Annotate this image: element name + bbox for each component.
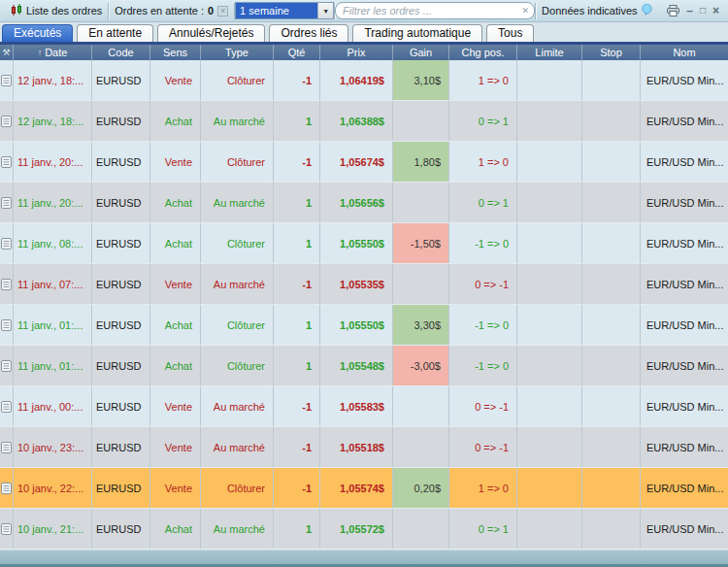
- tab-executes[interactable]: Exécutés: [2, 24, 73, 42]
- table-row[interactable]: 10 janv., 22:...EURUSDVenteClôturer-11,0…: [0, 468, 728, 509]
- order-gain: [393, 183, 449, 222]
- order-name: EUR/USD Min...: [641, 468, 728, 508]
- order-stop: [582, 509, 641, 549]
- order-side: Vente: [150, 142, 201, 182]
- table-row[interactable]: 10 janv., 21:...EURUSDAchatAu marché11,0…: [0, 509, 728, 550]
- order-document-icon[interactable]: [0, 264, 14, 304]
- order-document-icon[interactable]: [0, 223, 14, 263]
- column-header-sens[interactable]: Sens: [150, 45, 201, 60]
- table-row[interactable]: 11 janv., 07:...EURUSDVenteAu marché-11,…: [0, 264, 728, 305]
- order-date: 11 janv., 01:...: [14, 346, 92, 385]
- pending-orders-group: Ordres en attente : 0 ×: [109, 0, 234, 21]
- column-header-gain[interactable]: Gain: [393, 45, 449, 60]
- order-qty: -1: [274, 142, 320, 182]
- order-date: 11 janv., 20:...: [14, 183, 92, 222]
- table-body: 12 janv., 18:...EURUSDVenteClôturer-11,0…: [0, 60, 728, 550]
- column-header-qte[interactable]: Qté: [274, 45, 320, 60]
- column-header-date[interactable]: ↑ Date: [14, 45, 92, 60]
- print-icon[interactable]: [667, 5, 679, 17]
- order-side: Achat: [150, 346, 201, 385]
- order-document-icon[interactable]: [0, 305, 14, 345]
- order-document-icon[interactable]: [0, 101, 14, 141]
- column-header-limite[interactable]: Limite: [517, 45, 582, 60]
- order-document-icon[interactable]: [0, 142, 14, 182]
- order-limit: [517, 346, 582, 385]
- column-header-nom[interactable]: Nom: [641, 45, 728, 60]
- order-stop: [582, 60, 641, 100]
- column-header-chg-pos[interactable]: Chg pos.: [449, 45, 517, 60]
- maximize-button[interactable]: □: [700, 6, 706, 16]
- order-document-icon[interactable]: [0, 386, 14, 426]
- order-qty: -1: [274, 468, 320, 508]
- filter-input[interactable]: [335, 2, 535, 19]
- order-document-icon[interactable]: [0, 346, 14, 385]
- order-stop: [582, 142, 641, 182]
- order-date: 11 janv., 01:...: [14, 305, 92, 345]
- table-row[interactable]: 10 janv., 23:...EURUSDVenteAu marché-11,…: [0, 427, 728, 468]
- order-type: Au marché: [201, 183, 274, 222]
- tab-trading-automatique[interactable]: Trading automatique: [352, 24, 482, 42]
- cancel-pending-icon[interactable]: ×: [217, 6, 228, 17]
- period-select[interactable]: 1 semaine ▼: [235, 2, 334, 19]
- table-row[interactable]: 11 janv., 00:...EURUSDVenteAu marché-11,…: [0, 386, 728, 427]
- table-row[interactable]: 11 janv., 01:...EURUSDAchatClôturer11,05…: [0, 305, 728, 346]
- order-gain: [393, 264, 449, 304]
- minimize-button[interactable]: –: [686, 6, 693, 16]
- order-date: 11 janv., 20:...: [14, 142, 92, 182]
- chevron-down-icon[interactable]: ▼: [317, 3, 333, 18]
- indicative-data-group: Données indicatives: [536, 0, 657, 21]
- order-document-icon[interactable]: [0, 60, 14, 100]
- order-document-icon[interactable]: [0, 509, 14, 549]
- tab-ordres-lies[interactable]: Ordres liés: [269, 24, 348, 42]
- tab-annules-rejetes[interactable]: Annulés/Rejetés: [157, 24, 265, 42]
- order-name: EUR/USD Min...: [641, 101, 728, 141]
- order-position-change: -1 => 0: [449, 223, 517, 263]
- order-document-icon[interactable]: [0, 468, 14, 508]
- tab-bar: Exécutés En attente Annulés/Rejetés Ordr…: [0, 22, 728, 45]
- table-row[interactable]: 11 janv., 01:...EURUSDAchatClôturer11,05…: [0, 346, 728, 386]
- close-button[interactable]: ×: [712, 6, 719, 16]
- order-gain: -3,00$: [393, 346, 449, 385]
- table-row[interactable]: 12 janv., 18:...EURUSDAchatAu marché11,0…: [0, 101, 728, 142]
- order-date: 11 janv., 08:...: [14, 223, 92, 263]
- table-row[interactable]: 11 janv., 20:...EURUSDVenteClôturer-11,0…: [0, 142, 728, 183]
- tab-en-attente[interactable]: En attente: [77, 24, 153, 42]
- order-side: Vente: [150, 264, 201, 304]
- table-settings-button[interactable]: ⚒: [0, 45, 14, 60]
- order-stop: [582, 305, 641, 345]
- column-header-prix[interactable]: Prix: [320, 45, 393, 60]
- order-limit: [517, 386, 582, 426]
- tab-tous[interactable]: Tous: [486, 24, 534, 42]
- order-qty: 1: [274, 183, 320, 222]
- table-row[interactable]: 11 janv., 08:...EURUSDAchatClôturer11,05…: [0, 223, 728, 264]
- order-position-change: 0 => -1: [449, 264, 517, 304]
- clear-filter-icon[interactable]: ✕: [522, 6, 530, 16]
- order-document-icon[interactable]: [0, 427, 14, 467]
- order-position-change: 1 => 0: [449, 142, 517, 182]
- wrench-icon: ⚒: [2, 48, 10, 57]
- window-toolbar: Liste des ordres Ordres en attente : 0 ×…: [0, 0, 728, 22]
- order-gain: 1,80$: [393, 142, 449, 182]
- order-date: 11 janv., 00:...: [14, 386, 92, 426]
- window-controls: – □ ×: [667, 5, 723, 17]
- order-stop: [582, 183, 641, 222]
- window-title: Liste des ordres: [26, 5, 102, 17]
- order-gain: 0,20$: [393, 468, 449, 508]
- order-position-change: 0 => 1: [449, 101, 517, 141]
- order-qty: 1: [274, 223, 320, 263]
- order-date: 12 janv., 18:...: [14, 60, 92, 100]
- order-position-change: 0 => -1: [449, 386, 517, 426]
- order-price: 1,05674$: [320, 142, 393, 182]
- order-price: 1,05583$: [320, 386, 393, 426]
- column-header-type[interactable]: Type: [201, 45, 274, 60]
- order-name: EUR/USD Min...: [641, 183, 728, 222]
- order-code: EURUSD: [92, 142, 150, 182]
- table-row[interactable]: 11 janv., 20:...EURUSDAchatAu marché11,0…: [0, 183, 728, 223]
- order-document-icon[interactable]: [0, 183, 14, 222]
- table-row[interactable]: 12 janv., 18:...EURUSDVenteClôturer-11,0…: [0, 60, 728, 101]
- order-type: Clôturer: [201, 60, 274, 100]
- order-side: Achat: [150, 509, 201, 549]
- column-header-code[interactable]: Code: [92, 45, 150, 60]
- column-header-stop[interactable]: Stop: [582, 45, 641, 60]
- order-limit: [517, 183, 582, 222]
